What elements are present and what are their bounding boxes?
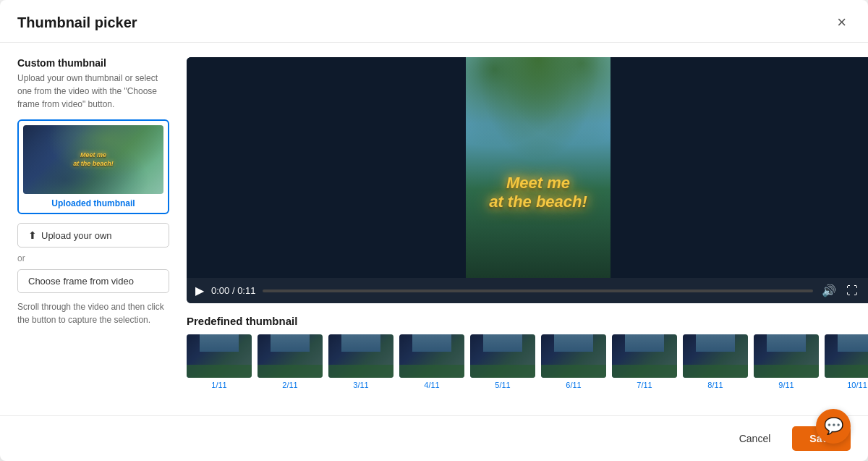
video-palm-text: Meet me at the beach! <box>489 174 587 212</box>
video-content: Meet me at the beach! <box>187 57 868 278</box>
thumbnail-label: 3/11 <box>353 381 368 389</box>
predefined-section: Predefined thumbnail 1/112/113/114/115/1… <box>187 315 868 392</box>
scroll-hint-text: Scroll through the video and then click … <box>17 300 169 326</box>
thumbnail-uploaded-label: Uploaded thumbnail <box>23 198 163 208</box>
custom-thumbnail-title: Custom thumbnail <box>17 57 169 69</box>
thumbnail-label: 7/11 <box>637 381 652 389</box>
thumbnail-item[interactable]: 6/11 <box>541 334 606 389</box>
thumbnail-image <box>612 334 677 378</box>
upload-own-label: Upload your own <box>41 230 112 241</box>
modal-title: Thumbnail picker <box>17 14 137 31</box>
thumbnail-picker-modal: Thumbnail picker × Custom thumbnail Uplo… <box>0 0 868 461</box>
thumbnail-label: 8/11 <box>707 381 723 389</box>
thumbnails-scroll-container[interactable]: 1/112/113/114/115/116/117/118/119/1110/1… <box>187 334 868 392</box>
video-palm-area: Meet me at the beach! <box>466 57 610 278</box>
thumbnail-image <box>825 334 868 378</box>
thumbnail-item[interactable]: 3/11 <box>328 334 393 389</box>
thumbnail-image <box>470 334 535 378</box>
thumb-green-area <box>825 365 868 378</box>
thumb-green-area <box>470 365 535 378</box>
thumbnail-text-overlay: Meet meat the beach! <box>73 151 114 168</box>
volume-button[interactable]: 🔊 <box>820 284 838 297</box>
thumbnail-item[interactable]: 10/11 <box>825 334 868 389</box>
close-button[interactable]: × <box>833 13 851 32</box>
play-button[interactable]: ▶ <box>195 284 204 297</box>
thumbnail-image <box>328 334 393 378</box>
or-divider: or <box>17 253 169 263</box>
thumbnail-item[interactable]: 2/11 <box>258 334 323 389</box>
thumbnail-label: 4/11 <box>424 381 439 389</box>
thumbnail-label: 1/11 <box>211 381 226 389</box>
thumb-green-area <box>541 365 606 378</box>
thumbnail-image <box>754 334 819 378</box>
thumbnail-image <box>541 334 606 378</box>
modal-body: Custom thumbnail Upload your own thumbna… <box>0 43 868 415</box>
thumbnail-image <box>187 334 252 378</box>
selected-thumbnail-box[interactable]: Meet meat the beach! Uploaded thumbnail <box>17 119 169 214</box>
cancel-button[interactable]: Cancel <box>726 427 784 450</box>
upload-icon: ⬆ <box>28 229 37 241</box>
thumbnail-label: 6/11 <box>566 381 581 389</box>
thumb-green-area <box>612 365 677 378</box>
modal-footer: Cancel Save <box>0 415 868 461</box>
thumbnail-preview-image: Meet meat the beach! <box>23 125 163 194</box>
thumbnail-label: 9/11 <box>778 381 793 389</box>
thumb-green-area <box>328 365 393 378</box>
thumbnail-label: 2/11 <box>282 381 297 389</box>
modal-header: Thumbnail picker × <box>0 0 868 43</box>
thumbnail-item[interactable]: 1/11 <box>187 334 252 389</box>
custom-thumbnail-desc: Upload your own thumbnail or select one … <box>17 72 169 111</box>
predefined-title: Predefined thumbnail <box>187 315 868 327</box>
thumbnail-label: 10/11 <box>847 381 867 389</box>
thumb-green-area <box>683 365 748 378</box>
chat-bubble-button[interactable]: 💬 <box>816 409 851 444</box>
thumb-green-area <box>258 365 323 378</box>
thumbnail-image <box>258 334 323 378</box>
left-panel: Custom thumbnail Upload your own thumbna… <box>17 57 169 415</box>
thumbnail-image <box>683 334 748 378</box>
time-display: 0:00 / 0:11 <box>211 285 255 296</box>
thumb-green-area <box>399 365 464 378</box>
progress-bar[interactable] <box>263 289 813 292</box>
thumbnail-item[interactable]: 4/11 <box>399 334 464 389</box>
thumbnail-image <box>399 334 464 378</box>
right-panel: Meet me at the beach! ▶ 0:00 / 0:11 🔊 ⛶ … <box>187 57 868 415</box>
thumb-green-area <box>187 365 252 378</box>
palm-leaves <box>466 57 610 179</box>
chat-icon: 💬 <box>824 417 843 436</box>
thumbnail-item[interactable]: 9/11 <box>754 334 819 389</box>
thumbnail-item[interactable]: 5/11 <box>470 334 535 389</box>
thumbnail-label: 5/11 <box>495 381 510 389</box>
thumb-green-area <box>754 365 819 378</box>
upload-own-button[interactable]: ⬆ Upload your own <box>17 223 169 248</box>
choose-frame-button[interactable]: Choose frame from video <box>17 269 169 293</box>
thumbnail-item[interactable]: 7/11 <box>612 334 677 389</box>
thumbnail-item[interactable]: 8/11 <box>683 334 748 389</box>
video-controls-bar: ▶ 0:00 / 0:11 🔊 ⛶ ⋮ <box>187 278 868 303</box>
video-player[interactable]: Meet me at the beach! ▶ 0:00 / 0:11 🔊 ⛶ … <box>187 57 868 303</box>
fullscreen-button[interactable]: ⛶ <box>845 284 859 297</box>
